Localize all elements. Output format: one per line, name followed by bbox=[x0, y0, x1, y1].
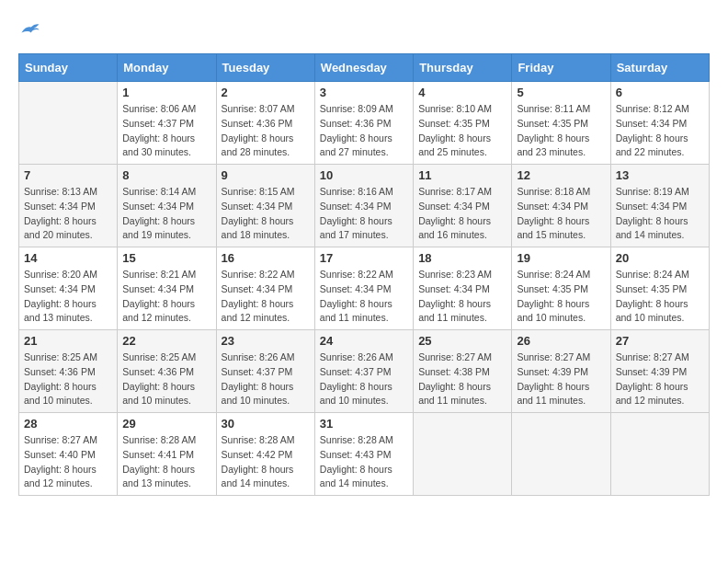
daylight-text: Daylight: 8 hours bbox=[222, 214, 310, 229]
daylight-text-cont: and 17 minutes. bbox=[320, 228, 408, 243]
day-detail: Sunrise: 8:10 AMSunset: 4:35 PMDaylight:… bbox=[418, 102, 506, 160]
sunrise-text: Sunrise: 8:14 AM bbox=[122, 185, 210, 200]
daylight-text-cont: and 12 minutes. bbox=[222, 311, 310, 326]
daylight-text: Daylight: 8 hours bbox=[122, 463, 210, 477]
calendar-cell: 17Sunrise: 8:22 AMSunset: 4:34 PMDayligh… bbox=[314, 247, 413, 330]
day-detail: Sunrise: 8:22 AMSunset: 4:34 PMDaylight:… bbox=[320, 268, 408, 326]
daylight-text: Daylight: 8 hours bbox=[418, 132, 506, 146]
sunrise-text: Sunrise: 8:19 AM bbox=[616, 185, 704, 200]
daylight-text: Daylight: 8 hours bbox=[320, 214, 408, 229]
sunset-text: Sunset: 4:34 PM bbox=[616, 117, 704, 132]
sunrise-text: Sunrise: 8:13 AM bbox=[24, 185, 112, 200]
day-number: 17 bbox=[320, 251, 408, 265]
day-detail: Sunrise: 8:27 AMSunset: 4:39 PMDaylight:… bbox=[616, 350, 704, 408]
sunrise-text: Sunrise: 8:28 AM bbox=[320, 433, 408, 448]
sunrise-text: Sunrise: 8:26 AM bbox=[222, 350, 310, 365]
daylight-text: Daylight: 8 hours bbox=[616, 297, 704, 312]
sunset-text: Sunset: 4:36 PM bbox=[222, 117, 310, 132]
sunset-text: Sunset: 4:34 PM bbox=[320, 200, 408, 214]
daylight-text: Daylight: 8 hours bbox=[222, 297, 310, 312]
calendar-cell: 19Sunrise: 8:24 AMSunset: 4:35 PMDayligh… bbox=[512, 247, 610, 330]
sunrise-text: Sunrise: 8:22 AM bbox=[222, 268, 310, 282]
sunrise-text: Sunrise: 8:23 AM bbox=[418, 268, 506, 282]
weekday-header-sunday: Sunday bbox=[19, 54, 118, 82]
daylight-text-cont: and 10 minutes. bbox=[320, 394, 408, 408]
sunset-text: Sunset: 4:36 PM bbox=[24, 365, 112, 380]
calendar-cell: 3Sunrise: 8:09 AMSunset: 4:36 PMDaylight… bbox=[314, 82, 413, 165]
sunrise-text: Sunrise: 8:21 AM bbox=[122, 268, 210, 282]
calendar-week-row: 14Sunrise: 8:20 AMSunset: 4:34 PMDayligh… bbox=[19, 247, 710, 330]
sunset-text: Sunset: 4:34 PM bbox=[222, 200, 310, 214]
day-detail: Sunrise: 8:25 AMSunset: 4:36 PMDaylight:… bbox=[24, 350, 112, 408]
daylight-text-cont: and 13 minutes. bbox=[122, 477, 210, 491]
sunset-text: Sunset: 4:41 PM bbox=[122, 448, 210, 463]
daylight-text: Daylight: 8 hours bbox=[24, 297, 112, 312]
calendar-cell: 16Sunrise: 8:22 AMSunset: 4:34 PMDayligh… bbox=[216, 247, 314, 330]
calendar-week-row: 28Sunrise: 8:27 AMSunset: 4:40 PMDayligh… bbox=[19, 413, 710, 496]
sunset-text: Sunset: 4:34 PM bbox=[320, 282, 408, 297]
day-number: 5 bbox=[517, 86, 605, 99]
sunset-text: Sunset: 4:39 PM bbox=[517, 365, 605, 380]
calendar-cell: 15Sunrise: 8:21 AMSunset: 4:34 PMDayligh… bbox=[118, 247, 216, 330]
logo-bird-icon bbox=[20, 18, 40, 39]
day-number: 23 bbox=[222, 334, 310, 348]
daylight-text-cont: and 14 minutes. bbox=[320, 477, 408, 491]
daylight-text-cont: and 12 minutes. bbox=[616, 394, 704, 408]
daylight-text: Daylight: 8 hours bbox=[222, 380, 310, 395]
sunset-text: Sunset: 4:39 PM bbox=[616, 365, 704, 380]
weekday-header-saturday: Saturday bbox=[610, 54, 709, 82]
day-detail: Sunrise: 8:06 AMSunset: 4:37 PMDaylight:… bbox=[122, 102, 210, 160]
sunset-text: Sunset: 4:34 PM bbox=[122, 282, 210, 297]
calendar-cell: 23Sunrise: 8:26 AMSunset: 4:37 PMDayligh… bbox=[216, 330, 314, 413]
sunset-text: Sunset: 4:40 PM bbox=[24, 448, 112, 463]
header bbox=[18, 18, 710, 39]
day-number: 6 bbox=[616, 86, 704, 99]
daylight-text-cont: and 13 minutes. bbox=[24, 311, 112, 326]
sunrise-text: Sunrise: 8:22 AM bbox=[320, 268, 408, 282]
calendar-cell: 21Sunrise: 8:25 AMSunset: 4:36 PMDayligh… bbox=[19, 330, 118, 413]
day-number: 26 bbox=[517, 334, 605, 348]
daylight-text-cont: and 14 minutes. bbox=[616, 228, 704, 243]
calendar-cell: 6Sunrise: 8:12 AMSunset: 4:34 PMDaylight… bbox=[610, 82, 709, 165]
sunrise-text: Sunrise: 8:27 AM bbox=[616, 350, 704, 365]
daylight-text-cont: and 28 minutes. bbox=[222, 145, 310, 160]
daylight-text-cont: and 12 minutes. bbox=[122, 311, 210, 326]
day-detail: Sunrise: 8:09 AMSunset: 4:36 PMDaylight:… bbox=[320, 102, 408, 160]
sunset-text: Sunset: 4:35 PM bbox=[517, 282, 605, 297]
day-number: 19 bbox=[517, 251, 605, 265]
calendar-week-row: 7Sunrise: 8:13 AMSunset: 4:34 PMDaylight… bbox=[19, 165, 710, 247]
day-number: 11 bbox=[418, 168, 506, 182]
calendar-cell: 25Sunrise: 8:27 AMSunset: 4:38 PMDayligh… bbox=[414, 330, 512, 413]
sunrise-text: Sunrise: 8:26 AM bbox=[320, 350, 408, 365]
sunset-text: Sunset: 4:37 PM bbox=[320, 365, 408, 380]
sunset-text: Sunset: 4:36 PM bbox=[320, 117, 408, 132]
calendar-cell: 26Sunrise: 8:27 AMSunset: 4:39 PMDayligh… bbox=[512, 330, 610, 413]
calendar-cell: 13Sunrise: 8:19 AMSunset: 4:34 PMDayligh… bbox=[610, 165, 709, 247]
daylight-text-cont: and 15 minutes. bbox=[517, 228, 605, 243]
daylight-text: Daylight: 8 hours bbox=[122, 132, 210, 146]
sunrise-text: Sunrise: 8:27 AM bbox=[24, 433, 112, 448]
day-number: 16 bbox=[222, 251, 310, 265]
day-detail: Sunrise: 8:22 AMSunset: 4:34 PMDaylight:… bbox=[222, 268, 310, 326]
day-number: 8 bbox=[122, 168, 210, 182]
calendar-cell: 27Sunrise: 8:27 AMSunset: 4:39 PMDayligh… bbox=[610, 330, 709, 413]
day-detail: Sunrise: 8:07 AMSunset: 4:36 PMDaylight:… bbox=[222, 102, 310, 160]
sunset-text: Sunset: 4:35 PM bbox=[616, 282, 704, 297]
weekday-header-tuesday: Tuesday bbox=[216, 54, 314, 82]
calendar-cell bbox=[414, 413, 512, 496]
daylight-text: Daylight: 8 hours bbox=[122, 214, 210, 229]
day-number: 3 bbox=[320, 86, 408, 99]
sunset-text: Sunset: 4:43 PM bbox=[320, 448, 408, 463]
day-detail: Sunrise: 8:24 AMSunset: 4:35 PMDaylight:… bbox=[517, 268, 605, 326]
day-detail: Sunrise: 8:24 AMSunset: 4:35 PMDaylight:… bbox=[616, 268, 704, 326]
daylight-text-cont: and 22 minutes. bbox=[616, 145, 704, 160]
calendar-cell: 31Sunrise: 8:28 AMSunset: 4:43 PMDayligh… bbox=[314, 413, 413, 496]
day-number: 9 bbox=[222, 168, 310, 182]
sunset-text: Sunset: 4:34 PM bbox=[517, 200, 605, 214]
sunrise-text: Sunrise: 8:11 AM bbox=[517, 102, 605, 117]
daylight-text: Daylight: 8 hours bbox=[517, 380, 605, 395]
calendar-cell: 29Sunrise: 8:28 AMSunset: 4:41 PMDayligh… bbox=[118, 413, 216, 496]
weekday-header-monday: Monday bbox=[118, 54, 216, 82]
day-number: 13 bbox=[616, 168, 704, 182]
day-detail: Sunrise: 8:23 AMSunset: 4:34 PMDaylight:… bbox=[418, 268, 506, 326]
